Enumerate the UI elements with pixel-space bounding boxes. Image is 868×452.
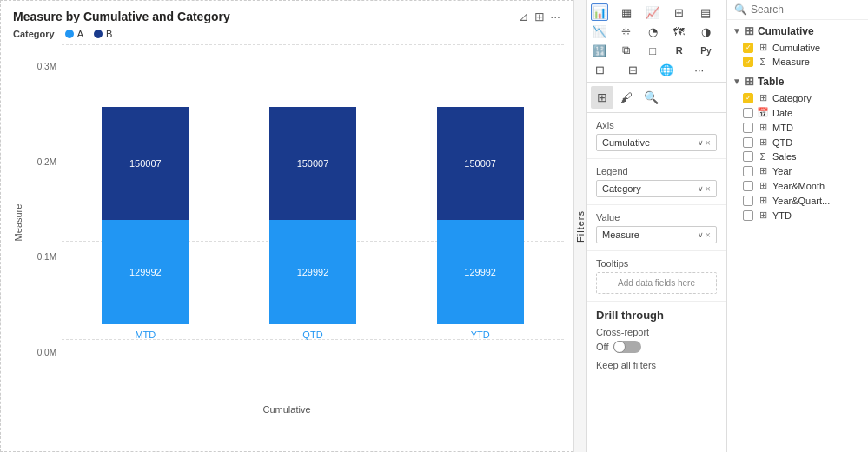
tooltips-section: Tooltips Add data fields here xyxy=(587,251,726,302)
filter-icon[interactable]: ⊿ xyxy=(519,10,529,23)
x-label-qtd: QTD xyxy=(302,329,322,340)
legend-item-a: A xyxy=(65,29,83,39)
viz-more[interactable]: ··· xyxy=(691,61,708,78)
viz-gauge[interactable]: ◑ xyxy=(697,23,714,40)
legend-chevron-icon: ∨ xyxy=(698,184,704,193)
bar-group-mtd: 150007 129992 MTD xyxy=(97,107,193,340)
toggle-thumb xyxy=(613,341,626,353)
legend-dropdown[interactable]: Category ∨ × xyxy=(596,180,717,197)
field-label-mtd: MTD xyxy=(772,123,793,133)
drill-section: Drill through Cross-report Off Keep all … xyxy=(587,302,726,377)
format-panel: 📊 ▦ 📈 ⊞ ▤ 📉 ⁜ ◔ 🗺 ◑ 🔢 ⧉ □ R Py ⊡ ⊟ 🌐 ··· xyxy=(587,0,726,452)
bar-stack-mtd[interactable]: 150007 129992 xyxy=(102,107,189,324)
axis-clear-icon[interactable]: × xyxy=(706,137,711,148)
panel-tabs: ⊞ 🖌 🔍 xyxy=(587,83,726,113)
legend-dot-a xyxy=(65,30,74,38)
field-group-cumulative: ▼ ⊞ Cumulative ⊞ Cumulative Σ Measure xyxy=(727,20,868,70)
field-label-qtd: QTD xyxy=(772,137,792,148)
search-input[interactable] xyxy=(751,3,868,16)
bar-stack-ytd[interactable]: 150007 129992 xyxy=(437,107,524,324)
focus-icon[interactable]: ⊞ xyxy=(534,10,545,23)
tooltips-label: Tooltips xyxy=(596,258,717,269)
viz-extra-2[interactable]: ⊟ xyxy=(624,61,641,78)
viz-line-chart[interactable]: 📈 xyxy=(644,3,661,21)
legend-section-label: Legend xyxy=(596,166,717,176)
tab-format[interactable]: 🖌 xyxy=(615,86,638,109)
field-item-ytd[interactable]: ⊞ YTD xyxy=(727,208,868,223)
bar-group-qtd: 150007 129992 QTD xyxy=(265,107,361,340)
legend-value: Category xyxy=(602,183,641,194)
viz-extra-3[interactable]: 🌐 xyxy=(658,61,675,78)
viz-grid-3: 🔢 ⧉ □ R Py xyxy=(591,42,722,59)
viz-extra-1[interactable]: ⊡ xyxy=(591,61,608,78)
type-icon-mtd: ⊞ xyxy=(757,122,769,133)
viz-bar-chart[interactable]: 📊 xyxy=(591,3,608,21)
checkbox-ytd xyxy=(743,210,753,221)
field-item-date[interactable]: 📅 Date xyxy=(727,105,868,120)
bar-bottom-qtd: 129992 xyxy=(269,220,356,324)
cumulative-group-header[interactable]: ▼ ⊞ Cumulative xyxy=(727,22,868,40)
viz-kpi[interactable]: 🔢 xyxy=(591,42,608,59)
viz-map[interactable]: 🗺 xyxy=(671,23,688,40)
viz-shape[interactable]: □ xyxy=(644,42,661,59)
tooltips-dropzone[interactable]: Add data fields here xyxy=(596,272,717,294)
legend-clear-icon[interactable]: × xyxy=(706,183,711,194)
viz-scatter[interactable]: ⁜ xyxy=(618,23,635,40)
field-item-sales[interactable]: Σ Sales xyxy=(727,150,868,163)
viz-grid-4: ⊡ ⊟ 🌐 ··· xyxy=(591,61,722,78)
value-chevron-icon: ∨ xyxy=(698,230,704,239)
checkbox-qtd xyxy=(743,137,753,148)
field-item-qtd[interactable]: ⊞ QTD xyxy=(727,135,868,150)
viz-r[interactable]: R xyxy=(671,42,688,59)
value-value: Measure xyxy=(602,229,639,240)
viz-bar-chart-2[interactable]: ▦ xyxy=(618,3,635,21)
axis-dropdown[interactable]: Cumulative ∨ × xyxy=(596,134,717,151)
field-item-measure[interactable]: Σ Measure xyxy=(727,55,868,69)
field-item-cumulative-cumulative[interactable]: ⊞ Cumulative xyxy=(727,40,868,55)
filters-tab[interactable]: Filters xyxy=(573,0,587,452)
toggle-track[interactable] xyxy=(613,341,641,353)
type-icon-category: ⊞ xyxy=(757,92,769,103)
type-icon-cumulative: ⊞ xyxy=(757,42,769,53)
field-group-table: ▼ ⊞ Table ⊞ Category 📅 Date ⊞ MTD ⊞ xyxy=(727,70,868,224)
viz-matrix[interactable]: ▤ xyxy=(697,3,714,21)
checkbox-category xyxy=(743,93,753,103)
more-icon[interactable]: ··· xyxy=(550,10,560,23)
table-group-header[interactable]: ▼ ⊞ Table xyxy=(727,72,868,90)
chart-title: Measure by Cumulative and Category xyxy=(13,10,230,23)
viz-table-icon[interactable]: ⊞ xyxy=(671,3,688,21)
x-label-mtd: MTD xyxy=(135,329,156,340)
table-group-label: Table xyxy=(758,76,784,88)
legend-dot-b xyxy=(94,30,103,38)
viz-area[interactable]: 📉 xyxy=(591,23,608,40)
chart-legend: Category A B xyxy=(1,27,573,44)
y-tick-03: 0.3M xyxy=(37,62,56,71)
field-item-yearmonth[interactable]: ⊞ Year&Month xyxy=(727,178,868,193)
table-chevron-icon: ▼ xyxy=(732,76,741,86)
value-dropdown[interactable]: Measure ∨ × xyxy=(596,226,717,243)
cumulative-group-label: Cumulative xyxy=(758,25,814,37)
chart-container: Measure by Cumulative and Category ⊿ ⊞ ·… xyxy=(0,0,573,452)
viz-slicer[interactable]: ⧉ xyxy=(618,42,635,59)
checkbox-measure xyxy=(743,56,753,67)
type-icon-measure: Σ xyxy=(757,56,769,67)
toggle-row: Off xyxy=(596,341,717,353)
field-item-yearquart[interactable]: ⊞ Year&Quart... xyxy=(727,193,868,208)
field-item-year[interactable]: ⊞ Year xyxy=(727,163,868,178)
tab-analytics[interactable]: 🔍 xyxy=(639,86,662,109)
bar-stack-qtd[interactable]: 150007 129992 xyxy=(269,107,356,324)
axis-section: Axis Cumulative ∨ × xyxy=(587,113,726,159)
y-tick-01: 0.1M xyxy=(37,252,56,262)
viz-grid-top: 📊 ▦ 📈 ⊞ ▤ xyxy=(591,3,722,21)
type-icon-qtd: ⊞ xyxy=(757,136,769,148)
field-item-category[interactable]: ⊞ Category xyxy=(727,90,868,105)
field-label-cumulative: Cumulative xyxy=(772,43,820,53)
field-item-mtd[interactable]: ⊞ MTD xyxy=(727,120,868,135)
legend-item-b: B xyxy=(94,29,112,39)
checkbox-sales xyxy=(743,151,753,162)
type-icon-yearquart: ⊞ xyxy=(757,195,769,206)
viz-py[interactable]: Py xyxy=(697,42,714,59)
tab-fields[interactable]: ⊞ xyxy=(591,86,613,109)
value-clear-icon[interactable]: × xyxy=(706,229,711,240)
viz-pie[interactable]: ◔ xyxy=(644,23,661,40)
